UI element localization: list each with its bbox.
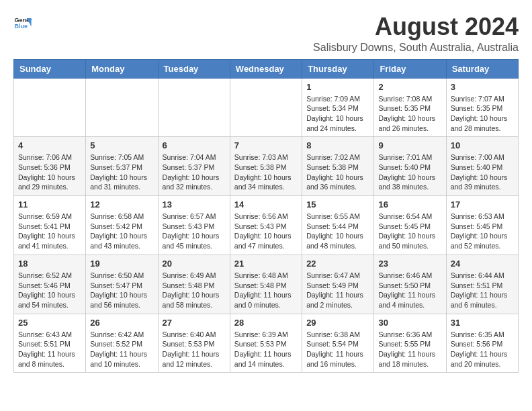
day-info: Sunrise: 6:39 AMSunset: 5:53 PMDaylight:… [234,330,298,369]
day-info: Sunrise: 6:59 AMSunset: 5:41 PMDaylight:… [18,212,81,251]
day-number: 29 [306,318,369,328]
day-number: 26 [90,318,153,328]
day-number: 3 [451,82,514,92]
day-info: Sunrise: 6:44 AMSunset: 5:51 PMDaylight:… [451,271,514,310]
calendar-cell: 12Sunrise: 6:58 AMSunset: 5:42 PMDayligh… [86,196,158,255]
calendar-cell: 18Sunrise: 6:52 AMSunset: 5:46 PMDayligh… [14,255,86,314]
day-info: Sunrise: 6:58 AMSunset: 5:42 PMDaylight:… [90,212,153,251]
day-number: 16 [378,199,441,210]
day-info: Sunrise: 7:04 AMSunset: 5:37 PMDaylight:… [163,152,226,192]
calendar-cell [14,78,86,137]
calendar-cell: 6Sunrise: 7:04 AMSunset: 5:37 PMDaylight… [158,137,230,196]
day-info: Sunrise: 6:53 AMSunset: 5:45 PMDaylight:… [451,212,514,251]
day-number: 7 [234,140,298,150]
day-number: 21 [234,259,298,269]
day-number: 13 [163,199,226,210]
day-number: 20 [163,259,226,269]
calendar-cell: 8Sunrise: 7:02 AMSunset: 5:38 PMDaylight… [302,137,374,196]
day-info: Sunrise: 6:47 AMSunset: 5:49 PMDaylight:… [306,271,369,310]
calendar-table: SundayMondayTuesdayWednesdayThursdayFrid… [13,59,519,373]
calendar-cell: 10Sunrise: 7:00 AMSunset: 5:40 PMDayligh… [446,137,518,196]
calendar-cell: 31Sunrise: 6:35 AMSunset: 5:56 PMDayligh… [446,314,518,373]
calendar-cell: 28Sunrise: 6:39 AMSunset: 5:53 PMDayligh… [230,314,302,373]
page-header: General Blue August 2024 Salisbury Downs… [13,13,519,54]
weekday-header-thursday: Thursday [302,59,374,78]
day-number: 25 [18,318,81,328]
day-info: Sunrise: 6:54 AMSunset: 5:45 PMDaylight:… [378,212,441,251]
day-number: 18 [18,259,81,269]
day-info: Sunrise: 7:01 AMSunset: 5:40 PMDaylight:… [378,152,441,192]
weekday-header-row: SundayMondayTuesdayWednesdayThursdayFrid… [14,59,519,78]
logo-icon: General Blue [13,13,32,32]
calendar-cell: 15Sunrise: 6:55 AMSunset: 5:44 PMDayligh… [302,196,374,255]
day-number: 23 [378,259,441,269]
calendar-week-row: 4Sunrise: 7:06 AMSunset: 5:36 PMDaylight… [14,137,519,196]
calendar-cell: 2Sunrise: 7:08 AMSunset: 5:35 PMDaylight… [374,78,446,137]
day-number: 5 [90,140,153,150]
calendar-cell: 24Sunrise: 6:44 AMSunset: 5:51 PMDayligh… [446,255,518,314]
calendar-cell: 19Sunrise: 6:50 AMSunset: 5:47 PMDayligh… [86,255,158,314]
day-info: Sunrise: 6:55 AMSunset: 5:44 PMDaylight:… [306,212,369,251]
calendar-cell: 22Sunrise: 6:47 AMSunset: 5:49 PMDayligh… [302,255,374,314]
day-number: 28 [234,318,298,328]
calendar-cell: 3Sunrise: 7:07 AMSunset: 5:35 PMDaylight… [446,78,518,137]
day-info: Sunrise: 6:43 AMSunset: 5:51 PMDaylight:… [18,330,81,369]
day-number: 30 [378,318,441,328]
day-number: 8 [306,140,369,150]
day-info: Sunrise: 6:40 AMSunset: 5:53 PMDaylight:… [163,330,226,369]
calendar-cell: 25Sunrise: 6:43 AMSunset: 5:51 PMDayligh… [14,314,86,373]
day-number: 19 [90,259,153,269]
calendar-week-row: 1Sunrise: 7:09 AMSunset: 5:34 PMDaylight… [14,78,519,137]
day-info: Sunrise: 6:35 AMSunset: 5:56 PMDaylight:… [451,330,514,369]
calendar-cell: 29Sunrise: 6:38 AMSunset: 5:54 PMDayligh… [302,314,374,373]
day-info: Sunrise: 7:02 AMSunset: 5:38 PMDaylight:… [306,152,369,192]
calendar-cell: 13Sunrise: 6:57 AMSunset: 5:43 PMDayligh… [158,196,230,255]
weekday-header-friday: Friday [374,59,446,78]
day-number: 10 [451,140,514,150]
calendar-cell: 7Sunrise: 7:03 AMSunset: 5:38 PMDaylight… [230,137,302,196]
day-info: Sunrise: 7:06 AMSunset: 5:36 PMDaylight:… [18,152,81,192]
calendar-week-row: 25Sunrise: 6:43 AMSunset: 5:51 PMDayligh… [14,314,519,373]
calendar-cell: 27Sunrise: 6:40 AMSunset: 5:53 PMDayligh… [158,314,230,373]
calendar-cell [158,78,230,137]
calendar-cell: 20Sunrise: 6:49 AMSunset: 5:48 PMDayligh… [158,255,230,314]
day-info: Sunrise: 6:49 AMSunset: 5:48 PMDaylight:… [163,271,226,310]
weekday-header-tuesday: Tuesday [158,59,230,78]
weekday-header-wednesday: Wednesday [230,59,302,78]
day-number: 27 [163,318,226,328]
calendar-cell [230,78,302,137]
day-info: Sunrise: 6:52 AMSunset: 5:46 PMDaylight:… [18,271,81,310]
day-info: Sunrise: 6:50 AMSunset: 5:47 PMDaylight:… [90,271,153,310]
day-number: 1 [306,82,369,92]
day-number: 22 [306,259,369,269]
day-info: Sunrise: 6:36 AMSunset: 5:55 PMDaylight:… [378,330,441,369]
svg-text:Blue: Blue [14,23,28,30]
day-number: 31 [451,318,514,328]
day-info: Sunrise: 7:03 AMSunset: 5:38 PMDaylight:… [234,152,298,192]
calendar-cell: 23Sunrise: 6:46 AMSunset: 5:50 PMDayligh… [374,255,446,314]
day-info: Sunrise: 7:05 AMSunset: 5:37 PMDaylight:… [90,152,153,192]
calendar-cell: 16Sunrise: 6:54 AMSunset: 5:45 PMDayligh… [374,196,446,255]
day-info: Sunrise: 6:56 AMSunset: 5:43 PMDaylight:… [234,212,298,251]
calendar-cell: 4Sunrise: 7:06 AMSunset: 5:36 PMDaylight… [14,137,86,196]
day-number: 14 [234,199,298,210]
day-info: Sunrise: 7:08 AMSunset: 5:35 PMDaylight:… [378,94,441,134]
calendar-cell: 17Sunrise: 6:53 AMSunset: 5:45 PMDayligh… [446,196,518,255]
calendar-week-row: 11Sunrise: 6:59 AMSunset: 5:41 PMDayligh… [14,196,519,255]
calendar-cell: 1Sunrise: 7:09 AMSunset: 5:34 PMDaylight… [302,78,374,137]
calendar-cell: 14Sunrise: 6:56 AMSunset: 5:43 PMDayligh… [230,196,302,255]
day-number: 17 [451,199,514,210]
day-number: 4 [18,140,81,150]
calendar-cell: 30Sunrise: 6:36 AMSunset: 5:55 PMDayligh… [374,314,446,373]
logo: General Blue [13,13,32,32]
day-info: Sunrise: 6:38 AMSunset: 5:54 PMDaylight:… [306,330,369,369]
day-number: 12 [90,199,153,210]
calendar-cell: 11Sunrise: 6:59 AMSunset: 5:41 PMDayligh… [14,196,86,255]
calendar-week-row: 18Sunrise: 6:52 AMSunset: 5:46 PMDayligh… [14,255,519,314]
calendar-cell: 5Sunrise: 7:05 AMSunset: 5:37 PMDaylight… [86,137,158,196]
day-info: Sunrise: 7:09 AMSunset: 5:34 PMDaylight:… [306,94,369,134]
month-year-title: August 2024 [313,13,519,40]
calendar-cell: 26Sunrise: 6:42 AMSunset: 5:52 PMDayligh… [86,314,158,373]
day-info: Sunrise: 6:57 AMSunset: 5:43 PMDaylight:… [163,212,226,251]
day-number: 11 [18,199,81,210]
